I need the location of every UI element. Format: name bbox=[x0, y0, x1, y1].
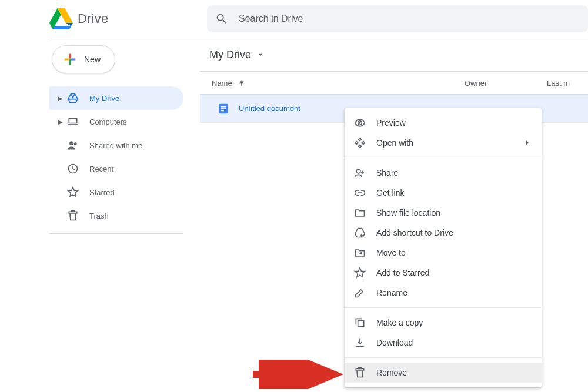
svg-point-8 bbox=[359, 122, 360, 123]
context-item-label: Remove bbox=[376, 368, 407, 377]
computers-icon bbox=[67, 116, 79, 128]
copy-icon bbox=[354, 317, 366, 329]
brand[interactable]: Drive bbox=[49, 8, 207, 29]
context-item-label: Make a copy bbox=[376, 318, 423, 327]
context-item-label: Move to bbox=[376, 248, 406, 257]
drive-icon bbox=[67, 92, 79, 104]
brand-text: Drive bbox=[78, 11, 108, 26]
sidebar-item-recent[interactable]: Recent bbox=[49, 157, 183, 180]
nav: ▶ My Drive ▶ Computers bbox=[49, 86, 200, 234]
divider bbox=[345, 307, 542, 308]
context-preview[interactable]: Preview bbox=[345, 113, 542, 133]
context-make-copy[interactable]: Make a copy bbox=[345, 313, 542, 333]
context-item-label: Rename bbox=[376, 288, 407, 297]
sidebar-item-label: Starred bbox=[89, 188, 115, 197]
column-owner[interactable]: Owner bbox=[465, 79, 547, 88]
column-owner-label: Owner bbox=[465, 79, 487, 88]
svg-rect-10 bbox=[358, 321, 364, 327]
context-download[interactable]: Download bbox=[345, 333, 542, 353]
svg-point-9 bbox=[356, 169, 360, 173]
new-button[interactable]: New bbox=[52, 45, 115, 73]
sidebar-item-label: Shared with me bbox=[89, 141, 142, 150]
divider bbox=[345, 357, 542, 358]
file-name: Untitled document bbox=[239, 104, 300, 113]
svg-point-1 bbox=[74, 142, 77, 145]
shared-icon bbox=[67, 139, 79, 151]
context-move-to[interactable]: Move to bbox=[345, 243, 542, 263]
top-bar: Drive bbox=[49, 0, 588, 38]
expand-caret-icon: ▶ bbox=[58, 95, 64, 102]
context-share[interactable]: Share bbox=[345, 163, 542, 183]
column-last-label: Last m bbox=[547, 79, 570, 88]
download-icon bbox=[354, 337, 366, 349]
context-item-label: Share bbox=[376, 168, 398, 177]
context-add-starred[interactable]: Add to Starred bbox=[345, 263, 542, 283]
context-show-location[interactable]: Show file location bbox=[345, 203, 542, 223]
trash-icon bbox=[67, 210, 79, 222]
move-icon bbox=[354, 247, 366, 259]
shortcut-icon bbox=[354, 227, 366, 239]
sidebar-item-label: Computers bbox=[89, 118, 127, 126]
svg-rect-3 bbox=[241, 82, 242, 86]
recent-icon bbox=[67, 163, 79, 175]
column-name-label: Name bbox=[212, 79, 232, 88]
context-item-label: Get link bbox=[376, 188, 404, 197]
open-with-icon bbox=[354, 137, 366, 149]
context-item-label: Download bbox=[376, 338, 413, 347]
context-item-label: Open with bbox=[376, 138, 413, 148]
annotation-arrow-icon bbox=[253, 360, 347, 389]
chevron-right-icon bbox=[523, 138, 532, 148]
search-icon bbox=[215, 12, 228, 25]
context-item-label: Add to Starred bbox=[376, 268, 429, 277]
sidebar-item-label: Recent bbox=[89, 165, 113, 173]
star-icon bbox=[354, 267, 366, 279]
breadcrumb-label: My Drive bbox=[209, 49, 251, 61]
column-name[interactable]: Name bbox=[200, 78, 465, 88]
sidebar-item-trash[interactable]: Trash bbox=[49, 204, 183, 227]
divider bbox=[49, 233, 183, 234]
trash-icon bbox=[354, 367, 366, 378]
context-item-label: Add shortcut to Drive bbox=[376, 228, 453, 237]
column-last-modified[interactable]: Last m bbox=[547, 79, 588, 88]
context-remove[interactable]: Remove bbox=[345, 363, 542, 383]
sidebar-item-starred[interactable]: Starred bbox=[49, 180, 183, 204]
context-rename[interactable]: Rename bbox=[345, 283, 542, 303]
sidebar-item-label: Trash bbox=[89, 212, 109, 220]
svg-rect-7 bbox=[221, 110, 224, 111]
sort-asc-icon bbox=[237, 78, 246, 88]
context-open-with[interactable]: Open with bbox=[345, 133, 542, 153]
link-icon bbox=[354, 187, 366, 199]
new-button-label: New bbox=[84, 55, 101, 64]
docs-file-icon bbox=[218, 103, 229, 115]
svg-point-0 bbox=[69, 141, 74, 145]
context-get-link[interactable]: Get link bbox=[345, 183, 542, 203]
sidebar-item-computers[interactable]: ▶ Computers bbox=[49, 110, 183, 133]
drive-logo-icon bbox=[49, 8, 73, 29]
folder-icon bbox=[354, 207, 366, 219]
sidebar-item-my-drive[interactable]: ▶ My Drive bbox=[49, 86, 183, 110]
caret-down-icon bbox=[256, 50, 265, 59]
expand-caret-icon: ▶ bbox=[58, 119, 64, 125]
share-icon bbox=[354, 167, 366, 179]
svg-rect-6 bbox=[221, 108, 226, 109]
divider bbox=[345, 158, 542, 158]
context-add-shortcut[interactable]: Add shortcut to Drive bbox=[345, 223, 542, 243]
context-item-label: Preview bbox=[376, 118, 406, 128]
svg-rect-5 bbox=[221, 106, 226, 107]
star-icon bbox=[67, 186, 79, 198]
context-item-label: Show file location bbox=[376, 208, 440, 217]
preview-icon bbox=[354, 117, 366, 129]
rename-icon bbox=[354, 287, 366, 299]
sidebar: New ▶ My Drive ▶ Computers bbox=[49, 38, 200, 392]
plus-icon bbox=[62, 51, 78, 68]
search-input[interactable] bbox=[239, 14, 580, 24]
sidebar-item-label: My Drive bbox=[89, 94, 119, 103]
sidebar-item-shared[interactable]: Shared with me bbox=[49, 133, 183, 157]
context-menu: Preview Open with Share Get link Show fi… bbox=[345, 108, 542, 387]
breadcrumb[interactable]: My Drive bbox=[200, 38, 588, 71]
search-bar[interactable] bbox=[207, 5, 588, 32]
table-header: Name Owner Last m bbox=[200, 71, 588, 95]
